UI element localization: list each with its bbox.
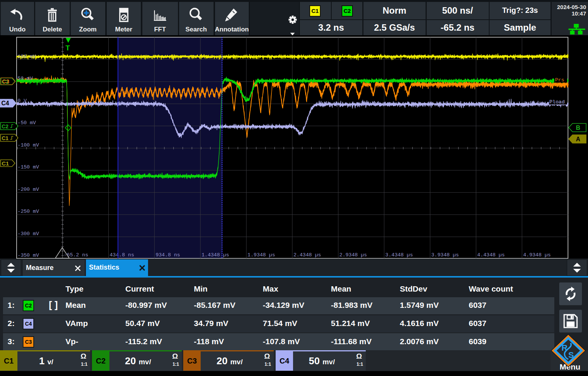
svg-text:C4: C4	[2, 100, 9, 106]
svg-text:-200 mV: -200 mV	[17, 187, 39, 192]
svg-text:-250 mV: -250 mV	[17, 209, 39, 214]
svg-text:-50 mV: -50 mV	[17, 120, 36, 126]
svg-text:100 mV: 100 mV	[17, 54, 36, 59]
svg-text:A: A	[576, 136, 580, 142]
svg-text:1.4348 µs: 1.4348 µs	[201, 252, 229, 258]
svg-text:T: T	[66, 44, 70, 52]
svg-text:2.9348 µs: 2.9348 µs	[339, 252, 367, 258]
svg-text:-300 mV: -300 mV	[17, 231, 39, 237]
svg-text:4.9348 µs: 4.9348 µs	[523, 252, 551, 258]
svg-text:Pload: Pload	[549, 99, 565, 105]
svg-text:434.8 ns: 434.8 ns	[110, 252, 134, 258]
svg-text:C2: C2	[2, 123, 9, 129]
svg-text:50 mV: 50 mV	[17, 76, 33, 81]
svg-text:2.4348 µs: 2.4348 µs	[293, 252, 321, 258]
svg-text:S: S	[568, 350, 574, 360]
svg-text:-100 mV: -100 mV	[17, 142, 39, 148]
svg-text:0 V: 0 V	[17, 98, 27, 104]
svg-text:C1: C1	[2, 160, 9, 167]
svg-text:-150 mV: -150 mV	[17, 164, 39, 170]
svg-text:Prs: Prs	[555, 77, 564, 83]
svg-text:B: B	[576, 125, 580, 131]
svg-text:4.4348 µs: 4.4348 µs	[477, 252, 505, 258]
svg-text:934.8 ns: 934.8 ns	[156, 252, 180, 258]
svg-text:C3: C3	[2, 78, 9, 84]
svg-text:1.9348 µs: 1.9348 µs	[248, 252, 275, 258]
svg-text:-350 mV: -350 mV	[17, 253, 39, 258]
svg-text:3.4348 µs: 3.4348 µs	[385, 252, 413, 258]
svg-text:3.9348 µs: 3.9348 µs	[431, 252, 459, 258]
svg-text:C1: C1	[2, 135, 9, 141]
